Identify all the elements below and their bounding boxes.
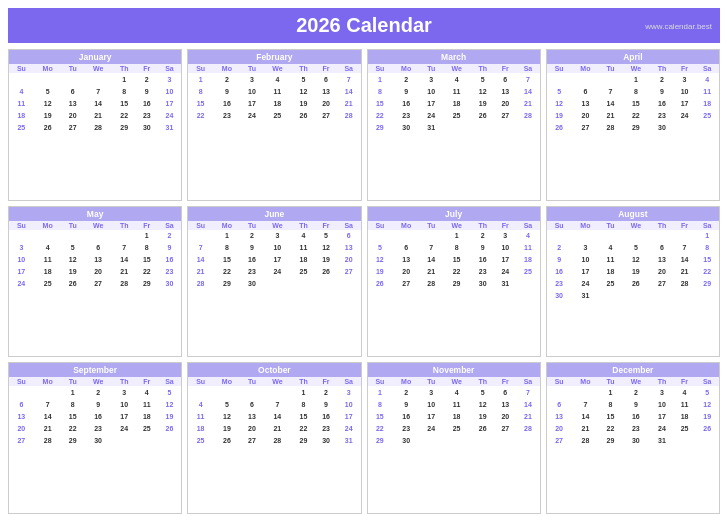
day-header: Mo (213, 64, 241, 73)
month-block-october: OctoberSuMoTuWeThFrSa1234567891011121314… (187, 362, 361, 514)
day-cell: 5 (62, 242, 84, 254)
day-cell: 22 (112, 109, 136, 121)
day-header: Fr (136, 64, 158, 73)
day-cell (315, 133, 337, 145)
day-cell: 25 (34, 278, 62, 290)
day-cell: 4 (263, 73, 292, 85)
day-cell: 6 (241, 398, 263, 410)
day-cell: 13 (571, 97, 599, 109)
day-header: Fr (495, 64, 517, 73)
day-cell: 28 (571, 434, 599, 446)
day-cell: 31 (158, 121, 182, 133)
day-cell (292, 446, 316, 458)
day-cell: 24 (9, 278, 34, 290)
day-cell (471, 434, 495, 446)
day-cell: 19 (547, 109, 572, 121)
day-cell (695, 133, 719, 145)
day-cell: 23 (471, 266, 495, 278)
page: 2026 Calendar www.calendar.best JanuaryS… (0, 0, 728, 515)
day-cell (674, 121, 696, 133)
day-cell: 1 (442, 230, 471, 242)
day-cell: 2 (315, 386, 337, 398)
day-cell: 16 (392, 410, 420, 422)
day-header: We (84, 377, 113, 386)
day-cell: 21 (516, 97, 540, 109)
day-cell: 16 (622, 410, 651, 422)
day-cell: 20 (571, 109, 599, 121)
day-cell: 3 (9, 242, 34, 254)
day-cell (188, 121, 213, 133)
day-cell (599, 446, 621, 458)
day-header: Th (292, 221, 316, 230)
day-cell: 31 (420, 121, 442, 133)
day-header: Su (547, 377, 572, 386)
day-header: We (442, 377, 471, 386)
day-cell: 18 (34, 266, 62, 278)
day-cell: 14 (263, 410, 292, 422)
day-cell (62, 290, 84, 302)
day-header: Mo (34, 64, 62, 73)
day-cell (420, 434, 442, 446)
day-cell (315, 290, 337, 302)
day-cell: 3 (650, 386, 674, 398)
day-cell (571, 446, 599, 458)
day-cell (9, 386, 34, 398)
day-cell: 12 (34, 97, 62, 109)
day-cell: 30 (622, 434, 651, 446)
day-cell: 21 (516, 410, 540, 422)
month-header-may: May (9, 207, 181, 221)
day-cell: 26 (62, 278, 84, 290)
day-header: Mo (392, 221, 420, 230)
day-header: Su (9, 221, 34, 230)
day-cell: 27 (337, 266, 361, 278)
month-block-february: FebruarySuMoTuWeThFrSa123456789101112131… (187, 49, 361, 201)
day-cell: 24 (420, 109, 442, 121)
day-cell: 12 (213, 410, 241, 422)
month-table-june: SuMoTuWeThFrSa12345678910111213141516171… (188, 221, 360, 302)
day-cell: 1 (62, 386, 84, 398)
day-cell: 15 (442, 254, 471, 266)
day-cell: 5 (622, 242, 651, 254)
day-header: Sa (158, 221, 182, 230)
day-cell: 3 (420, 386, 442, 398)
day-cell: 2 (471, 230, 495, 242)
day-header: Mo (392, 377, 420, 386)
month-header-september: September (9, 363, 181, 377)
day-cell (84, 230, 113, 242)
day-cell: 10 (674, 85, 696, 97)
month-header-november: November (368, 363, 540, 377)
day-cell (84, 73, 113, 85)
day-header: Fr (674, 64, 696, 73)
day-cell: 15 (136, 254, 158, 266)
day-cell: 3 (674, 73, 696, 85)
day-cell: 16 (547, 266, 572, 278)
day-cell (62, 133, 84, 145)
day-header: Fr (315, 64, 337, 73)
day-header: We (263, 64, 292, 73)
day-cell: 29 (112, 121, 136, 133)
day-cell: 22 (368, 109, 393, 121)
day-cell (420, 290, 442, 302)
day-cell (571, 230, 599, 242)
day-cell: 6 (9, 398, 34, 410)
day-cell: 28 (420, 278, 442, 290)
day-cell (112, 434, 136, 446)
day-cell: 9 (315, 398, 337, 410)
day-cell: 18 (136, 410, 158, 422)
day-cell: 25 (516, 266, 540, 278)
day-cell: 7 (188, 242, 213, 254)
day-cell: 26 (292, 109, 316, 121)
day-cell: 27 (495, 109, 517, 121)
day-header: Su (368, 377, 393, 386)
day-header: Fr (674, 221, 696, 230)
day-cell: 5 (368, 242, 393, 254)
day-header: Th (471, 64, 495, 73)
day-cell: 17 (571, 266, 599, 278)
day-cell (241, 386, 263, 398)
day-cell (674, 230, 696, 242)
day-cell (392, 446, 420, 458)
day-header: We (263, 221, 292, 230)
day-cell: 4 (188, 398, 213, 410)
day-cell: 27 (241, 434, 263, 446)
day-cell (392, 290, 420, 302)
